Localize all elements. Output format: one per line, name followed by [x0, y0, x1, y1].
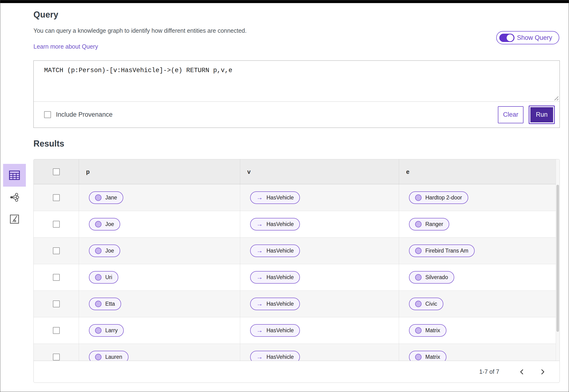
node-pill[interactable]: Matrix [409, 324, 446, 337]
cell-e: Firebird Trans Am [399, 238, 556, 264]
row-checkbox[interactable] [53, 300, 60, 307]
node-icon [95, 301, 101, 307]
learn-more-link[interactable]: Learn more about Query [33, 43, 98, 50]
arrow-right-icon: → [256, 354, 263, 360]
cell-v: → HasVehicle [240, 211, 399, 237]
table-row: Joe → HasVehicle Firebird Trans Am [34, 237, 556, 264]
include-provenance-group: Include Provenance [44, 111, 113, 118]
table-view-button[interactable] [3, 164, 26, 187]
page-title: Query [33, 10, 560, 20]
graph-view-button[interactable] [3, 189, 26, 206]
node-pill[interactable]: Joe [89, 244, 120, 257]
node-pill[interactable]: Etta [89, 298, 121, 310]
node-label: Joe [105, 221, 114, 227]
row-checkbox-cell [34, 317, 79, 344]
node-pill[interactable]: Larry [89, 324, 124, 337]
node-pill[interactable]: Ranger [409, 218, 449, 230]
cell-p: Lauren [79, 344, 240, 361]
arrow-right-icon: → [256, 195, 263, 201]
table-row: Etta → HasVehicle Civic [34, 291, 556, 317]
main-content: Query You can query a knowledge graph to… [33, 3, 560, 383]
show-query-toggle[interactable]: Show Query [496, 31, 559, 44]
arrow-right-icon: → [256, 274, 263, 280]
include-provenance-label[interactable]: Include Provenance [56, 111, 113, 118]
node-pill[interactable]: Uri [89, 271, 118, 284]
node-pill[interactable]: Jane [89, 191, 123, 204]
chevron-right-icon [540, 369, 545, 375]
table-row: Lauren → HasVehicle Matrix [34, 344, 556, 361]
edge-pill[interactable]: → HasVehicle [250, 191, 300, 204]
chart-view-button[interactable] [3, 211, 26, 227]
query-input[interactable]: MATCH (p:Person)-[v:HasVehicle]->(e) RET… [34, 61, 559, 101]
node-pill[interactable]: Civic [409, 298, 443, 310]
edge-pill[interactable]: → HasVehicle [250, 218, 300, 230]
column-header-p: p [79, 159, 240, 184]
cell-p: Jane [79, 184, 240, 211]
cell-e: Ranger [399, 211, 556, 237]
edge-pill[interactable]: → HasVehicle [250, 351, 300, 361]
node-icon [415, 301, 422, 307]
table-row: Larry → HasVehicle Matrix [34, 317, 556, 344]
view-switcher [3, 164, 26, 227]
vertical-scrollbar [556, 159, 559, 361]
query-page: Query You can query a knowledge graph to… [0, 0, 569, 392]
node-icon [95, 221, 101, 227]
edge-pill[interactable]: → HasVehicle [250, 298, 300, 310]
arrow-right-icon: → [256, 327, 263, 334]
table-row: Joe → HasVehicle Ranger [34, 211, 556, 237]
cell-p: Joe [79, 211, 240, 237]
select-all-checkbox[interactable] [53, 168, 60, 175]
table-view-icon [9, 170, 20, 180]
node-label: Silverado [425, 274, 448, 280]
row-checkbox-cell [34, 184, 79, 211]
cell-v: → HasVehicle [240, 344, 399, 361]
edge-pill[interactable]: → HasVehicle [250, 244, 300, 257]
cell-p: Uri [79, 264, 240, 291]
node-label: Uri [105, 274, 112, 280]
node-icon [95, 195, 101, 201]
next-page-button[interactable] [537, 366, 548, 377]
previous-page-button[interactable] [516, 366, 527, 377]
node-icon [415, 195, 422, 201]
row-checkbox[interactable] [53, 247, 60, 254]
cell-p: Etta [79, 291, 240, 317]
node-label: Matrix [425, 354, 440, 360]
row-checkbox[interactable] [53, 327, 60, 334]
pagination-bar: 1-7 of 7 [33, 361, 560, 383]
cell-e: Hardtop 2-door [399, 184, 556, 211]
row-checkbox[interactable] [53, 354, 60, 361]
node-pill[interactable]: Silverado [409, 271, 454, 284]
query-panel: MATCH (p:Person)-[v:HasVehicle]->(e) RET… [33, 60, 560, 128]
row-checkbox[interactable] [53, 221, 60, 228]
node-label: Ranger [425, 221, 443, 227]
edge-label: HasVehicle [266, 274, 294, 280]
node-pill[interactable]: Joe [89, 218, 120, 230]
cell-v: → HasVehicle [240, 317, 399, 344]
table-row: Uri → HasVehicle Silverado [34, 264, 556, 291]
row-checkbox-cell [34, 264, 79, 291]
node-pill[interactable]: Firebird Trans Am [409, 244, 475, 257]
edge-pill[interactable]: → HasVehicle [250, 271, 300, 284]
cell-e: Silverado [399, 264, 556, 291]
scrollbar-thumb[interactable] [556, 185, 559, 332]
arrow-right-icon: → [256, 301, 263, 307]
cell-e: Matrix [399, 344, 556, 361]
edge-pill[interactable]: → HasVehicle [250, 324, 300, 337]
row-checkbox[interactable] [53, 194, 60, 201]
header-checkbox-cell [34, 159, 79, 184]
edge-label: HasVehicle [266, 301, 294, 307]
window-top-border [0, 0, 569, 3]
node-pill[interactable]: Hardtop 2-door [409, 191, 468, 204]
node-label: Matrix [425, 327, 440, 334]
include-provenance-checkbox[interactable] [44, 111, 51, 118]
node-pill[interactable]: Matrix [409, 351, 446, 361]
row-checkbox[interactable] [53, 274, 60, 281]
cell-e: Matrix [399, 317, 556, 344]
cell-p: Larry [79, 317, 240, 344]
row-checkbox-cell [34, 211, 79, 237]
run-button[interactable]: Run [529, 106, 555, 124]
node-icon [415, 354, 422, 360]
clear-button[interactable]: Clear [498, 106, 524, 123]
node-pill[interactable]: Lauren [89, 351, 128, 361]
chevron-left-icon [519, 369, 525, 375]
